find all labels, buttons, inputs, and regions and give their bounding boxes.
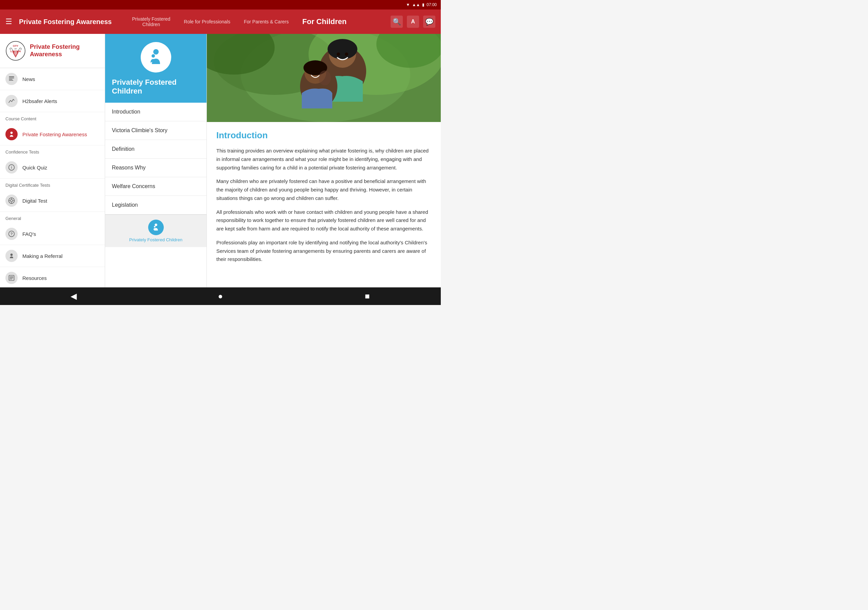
hamburger-menu[interactable]: ☰ xyxy=(5,17,12,26)
general-header: General xyxy=(0,212,105,223)
middle-header-title: Privately Fostered Children xyxy=(112,78,200,96)
sidebar-item-quick-quiz[interactable]: Quick Quiz xyxy=(0,156,105,179)
middle-footer-label: Privately Fostered Children xyxy=(129,237,183,242)
nav-link-professionals[interactable]: Role for Professionals xyxy=(177,19,237,25)
h2bsafer-icon xyxy=(5,95,18,107)
back-icon: ◀ xyxy=(71,291,77,301)
recent-apps-icon: ■ xyxy=(365,291,370,301)
middle-nav-reasons-why[interactable]: Reasons Why xyxy=(105,159,206,177)
sidebar-item-h2bsafer[interactable]: H2bsafer Alerts xyxy=(0,90,105,112)
top-navigation: ☰ Private Fostering Awareness Privately … xyxy=(0,9,441,34)
search-icon: 🔍 xyxy=(393,18,401,26)
svg-rect-5 xyxy=(9,77,14,77)
content-para-2: Many children who are privately fostered… xyxy=(216,177,431,202)
content-para-4: Professionals play an important role by … xyxy=(216,238,431,264)
main-layout: CITY OF LONDON Private Fostering Awarene… xyxy=(0,34,441,287)
private-fostering-icon xyxy=(5,128,18,140)
svg-rect-7 xyxy=(9,79,12,80)
content-text: Introduction This training provides an o… xyxy=(207,122,441,277)
resources-icon xyxy=(5,272,18,284)
recent-apps-button[interactable]: ■ xyxy=(359,288,376,305)
sidebar-logo: CITY OF LONDON Private Fostering Awarene… xyxy=(0,34,105,68)
news-label: News xyxy=(22,76,35,82)
nav-link-privately-fostered[interactable]: Privately FosteredChildren xyxy=(125,16,177,27)
signal-icon: ▲▲ xyxy=(412,2,420,7)
svg-point-9 xyxy=(11,132,13,134)
text-size-button[interactable]: A xyxy=(407,15,419,28)
making-referral-label: Making a Referral xyxy=(22,253,62,259)
content-image xyxy=(207,34,441,122)
svg-point-29 xyxy=(153,226,155,228)
svg-rect-24 xyxy=(10,277,13,278)
svg-point-39 xyxy=(337,53,340,56)
chat-button[interactable]: 💬 xyxy=(423,15,436,28)
svg-point-21 xyxy=(11,254,13,256)
quick-quiz-label: Quick Quiz xyxy=(22,165,47,170)
sidebar-item-faqs[interactable]: ? FAQ's xyxy=(0,223,105,245)
digital-cert-header: Digital Certificate Tests xyxy=(0,179,105,190)
digital-test-label: Digital Test xyxy=(22,198,47,204)
home-icon: ● xyxy=(218,291,223,301)
middle-footer-icon xyxy=(148,220,164,235)
svg-point-40 xyxy=(345,53,348,56)
home-button[interactable]: ● xyxy=(212,288,229,305)
svg-text:CITY: CITY xyxy=(13,45,18,47)
search-button[interactable]: 🔍 xyxy=(391,15,403,28)
svg-rect-6 xyxy=(9,78,14,79)
city-london-emblem: CITY OF LONDON xyxy=(5,41,26,61)
status-icons: ▼ ▲▲ ▮ 07:00 xyxy=(406,2,437,7)
svg-point-27 xyxy=(152,54,155,57)
middle-nav-introduction[interactable]: Introduction xyxy=(105,103,206,121)
svg-point-28 xyxy=(155,224,157,226)
course-content-header: Course Content xyxy=(0,112,105,123)
svg-rect-12 xyxy=(11,166,12,167)
digital-test-icon xyxy=(5,195,18,207)
svg-text:OF: OF xyxy=(15,48,17,50)
confidence-tests-header: Confidence Tests xyxy=(0,146,105,156)
making-referral-icon xyxy=(5,250,18,262)
middle-nav-definition[interactable]: Definition xyxy=(105,140,206,159)
middle-nav-victoria[interactable]: Victoria Climbie's Story xyxy=(105,121,206,140)
svg-point-44 xyxy=(319,71,331,85)
private-fostering-label: Private Fostering Awareness xyxy=(22,132,87,137)
sidebar-item-private-fostering[interactable]: Private Fostering Awareness xyxy=(0,123,105,146)
svg-text:?: ? xyxy=(10,231,12,236)
quick-quiz-icon xyxy=(5,161,18,173)
sidebar-item-news[interactable]: News xyxy=(0,68,105,90)
svg-point-14 xyxy=(11,200,13,202)
sidebar: CITY OF LONDON Private Fostering Awarene… xyxy=(0,34,105,287)
sidebar-item-digital-test[interactable]: Digital Test xyxy=(0,190,105,212)
faqs-icon: ? xyxy=(5,228,18,240)
middle-nav-welfare[interactable]: Welfare Concerns xyxy=(105,177,206,196)
content-photo-svg xyxy=(207,34,441,122)
faqs-label: FAQ's xyxy=(22,231,36,237)
h2bsafer-label: H2bsafer Alerts xyxy=(22,98,57,104)
svg-rect-8 xyxy=(9,80,14,81)
sidebar-logo-text: Private Fostering Awareness xyxy=(30,43,99,58)
time-display: 07:00 xyxy=(426,2,437,7)
back-button[interactable]: ◀ xyxy=(65,288,82,305)
text-size-icon: A xyxy=(411,19,415,25)
app-title: Private Fostering Awareness xyxy=(19,18,112,26)
news-icon xyxy=(5,73,18,85)
svg-rect-25 xyxy=(10,279,12,280)
svg-rect-23 xyxy=(10,277,13,277)
content-panel: Introduction This training provides an o… xyxy=(207,34,441,287)
svg-point-26 xyxy=(153,49,159,54)
battery-icon: ▮ xyxy=(422,2,425,7)
nav-link-children[interactable]: For Children xyxy=(296,17,353,26)
svg-point-38 xyxy=(327,39,357,59)
middle-panel: Privately Fostered Children Introduction… xyxy=(105,34,207,287)
sidebar-item-making-referral[interactable]: Making a Referral xyxy=(0,245,105,267)
middle-footer: Privately Fostered Children xyxy=(105,215,206,247)
content-heading: Introduction xyxy=(216,130,431,141)
content-para-3: All professionals who work with or have … xyxy=(216,208,431,233)
nav-link-parents[interactable]: For Parents & Carers xyxy=(237,19,295,25)
middle-header: Privately Fostered Children xyxy=(105,34,206,103)
status-bar: ▼ ▲▲ ▮ 07:00 xyxy=(0,0,441,9)
wifi-icon: ▼ xyxy=(406,2,410,7)
middle-header-icon xyxy=(141,42,171,73)
sidebar-item-resources[interactable]: Resources xyxy=(0,267,105,287)
middle-nav-legislation[interactable]: Legislation xyxy=(105,196,206,215)
content-para-1: This training provides an overview expla… xyxy=(216,147,431,172)
